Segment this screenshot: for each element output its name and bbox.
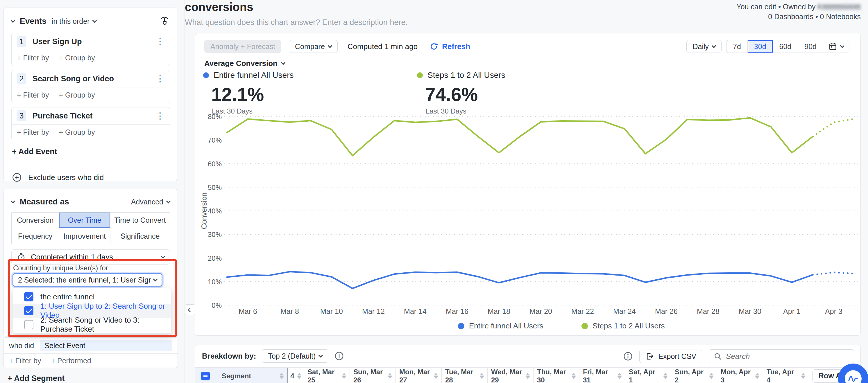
tab-improvement[interactable]: Improvement bbox=[59, 228, 110, 244]
completed-within-row[interactable]: Completed within 1 days bbox=[11, 249, 170, 265]
table-header-date[interactable]: Fri, Mar 31 bbox=[580, 368, 625, 383]
legend-label: Entire funnel All Users bbox=[469, 321, 544, 330]
series-line[interactable] bbox=[227, 118, 813, 155]
table-header-date[interactable]: Wed, Mar 29 bbox=[488, 368, 533, 383]
kebab-menu-icon[interactable]: ⋮ bbox=[156, 37, 164, 46]
x-axis-tick-label: Mar 24 bbox=[613, 307, 636, 315]
dropdown-option-3[interactable]: 2: Search Song or Video to 3: Purchase T… bbox=[13, 318, 171, 332]
table-header-date[interactable]: Tue, Mar 28 bbox=[442, 368, 488, 383]
chart-card: Anomaly + Forecast Compare Computed 1 mi… bbox=[195, 33, 861, 336]
table-header-segment[interactable]: Segment bbox=[216, 368, 288, 383]
search-input[interactable] bbox=[726, 352, 842, 361]
table-header-date[interactable]: Tue, Apr 4 bbox=[763, 368, 809, 383]
event-name[interactable]: User Sign Up bbox=[33, 37, 149, 46]
circle-plus-icon bbox=[12, 172, 22, 182]
sort-icon[interactable] bbox=[801, 373, 805, 379]
group-by-button[interactable]: + Group by bbox=[59, 54, 95, 62]
tab-over-time[interactable]: Over Time bbox=[59, 213, 110, 228]
breakdown-select[interactable]: Top 2 (Default) bbox=[262, 349, 329, 363]
search-icon bbox=[714, 352, 722, 360]
x-axis-tick-label: Apr 1 bbox=[783, 307, 801, 315]
sort-icon[interactable] bbox=[709, 373, 713, 379]
export-csv-label: Export CSV bbox=[658, 352, 696, 361]
search-box[interactable] bbox=[709, 349, 854, 363]
breakdown-select-value: Top 2 (Default) bbox=[268, 352, 316, 360]
sort-icon[interactable] bbox=[297, 373, 301, 379]
tab-conversion[interactable]: Conversion bbox=[11, 213, 59, 228]
counting-by-label: Counting by unique User(s) for bbox=[13, 264, 108, 272]
collapse-panel-button[interactable] bbox=[185, 304, 195, 315]
event-item-3[interactable]: 3Purchase Ticket⋮+ Filter by+ Group by bbox=[11, 107, 170, 140]
table-header-cut-column[interactable]: 4 bbox=[288, 368, 304, 383]
sort-icon[interactable] bbox=[755, 373, 759, 379]
page-description-placeholder[interactable]: What question does this chart answer? En… bbox=[185, 18, 408, 27]
add-segment-button[interactable]: + Add Segment bbox=[7, 374, 64, 383]
counting-select[interactable]: 2 Selected: the entire funnel, 1: User S… bbox=[12, 273, 162, 287]
checkbox[interactable] bbox=[24, 320, 33, 329]
tap-order-icon[interactable] bbox=[159, 15, 170, 27]
table-header-date[interactable]: Sun, Mar 26 bbox=[350, 368, 396, 383]
sort-icon[interactable] bbox=[480, 373, 484, 379]
group-by-button[interactable]: + Group by bbox=[59, 128, 95, 137]
chevron-down-icon bbox=[153, 277, 158, 281]
event-name[interactable]: Purchase Ticket bbox=[33, 111, 149, 120]
table-header-date[interactable]: Thu, Mar 30 bbox=[533, 368, 580, 383]
sort-icon[interactable] bbox=[342, 373, 346, 379]
checkbox[interactable] bbox=[24, 306, 33, 315]
add-event-button[interactable]: + Add Event bbox=[12, 147, 170, 156]
filter-by-button[interactable]: + Filter by bbox=[17, 128, 49, 137]
x-axis-tick-label: Mar 22 bbox=[571, 307, 594, 315]
sort-icon[interactable] bbox=[571, 373, 576, 379]
legend-item[interactable]: Steps 1 to 2 All Users bbox=[582, 321, 665, 330]
info-icon[interactable] bbox=[334, 351, 344, 361]
info-icon[interactable] bbox=[623, 351, 633, 361]
sort-icon[interactable] bbox=[280, 373, 284, 379]
checkbox[interactable] bbox=[24, 292, 33, 302]
series-forecast-line[interactable] bbox=[813, 272, 855, 275]
series-line[interactable] bbox=[227, 272, 813, 289]
series-forecast-line[interactable] bbox=[813, 119, 855, 137]
group-by-button[interactable]: + Group by bbox=[59, 91, 95, 99]
advanced-label: Advanced bbox=[131, 198, 163, 206]
conversion-line-chart[interactable]: 0%10%20%30%40%50%60%70%80%ConversionMar … bbox=[195, 33, 861, 336]
event-item-1[interactable]: 1User Sign Up⋮+ Filter by+ Group by bbox=[11, 33, 170, 66]
kebab-menu-icon[interactable]: ⋮ bbox=[156, 74, 164, 83]
sort-icon[interactable] bbox=[663, 373, 668, 379]
collapse-measured-icon[interactable] bbox=[11, 199, 16, 203]
kebab-menu-icon[interactable]: ⋮ bbox=[156, 111, 164, 120]
sort-icon[interactable] bbox=[618, 373, 622, 379]
event-name[interactable]: Search Song or Video bbox=[33, 74, 149, 83]
x-axis-tick-label: Mar 6 bbox=[239, 307, 257, 315]
table-header-date[interactable]: Mon, Mar 27 bbox=[396, 368, 442, 383]
exclude-users-button[interactable]: Exclude users who did bbox=[12, 172, 170, 182]
table-header-date[interactable]: Mon, Apr 3 bbox=[717, 368, 763, 383]
filter-by-button[interactable]: + Filter by bbox=[17, 54, 49, 62]
filter-by-button[interactable]: + Filter by bbox=[17, 91, 49, 99]
sort-icon[interactable] bbox=[526, 373, 530, 379]
event-item-2[interactable]: 2Search Song or Video⋮+ Filter by+ Group… bbox=[11, 70, 170, 103]
select-all-checkbox[interactable] bbox=[201, 372, 210, 380]
tab-significance[interactable]: Significance bbox=[111, 228, 170, 244]
page-title[interactable]: conversions bbox=[185, 1, 253, 14]
table-header-date[interactable]: Sun, Apr 2 bbox=[671, 368, 717, 383]
date-column-label: Sat, Apr 1 bbox=[629, 368, 660, 383]
collapse-events-icon[interactable] bbox=[11, 18, 16, 23]
x-axis-tick-label: Mar 12 bbox=[362, 307, 385, 315]
date-column-label: Tue, Mar 28 bbox=[445, 368, 477, 383]
export-csv-button[interactable]: Export CSV bbox=[639, 350, 702, 363]
tab-frequency[interactable]: Frequency bbox=[11, 228, 59, 244]
date-column-label: Thu, Mar 30 bbox=[537, 368, 569, 383]
segment-performed-button[interactable]: + Performed bbox=[51, 356, 91, 365]
permission-label: You can edit bbox=[736, 3, 776, 11]
event-order-select[interactable]: in this order bbox=[52, 17, 96, 26]
table-header-date[interactable]: Sat, Mar 25 bbox=[304, 368, 350, 383]
legend-item[interactable]: Entire funnel All Users bbox=[458, 321, 544, 330]
advanced-select[interactable]: Advanced bbox=[131, 198, 170, 206]
table-header-date[interactable]: Sat, Apr 1 bbox=[625, 368, 671, 383]
sort-icon[interactable] bbox=[388, 373, 392, 379]
sort-icon[interactable] bbox=[434, 373, 438, 379]
select-event-chip[interactable]: Select Event bbox=[40, 340, 172, 351]
cut-column-label: 4 bbox=[290, 372, 294, 380]
segment-filter-by-button[interactable]: + Filter by bbox=[9, 356, 41, 365]
tab-time-to-convert[interactable]: Time to Convert bbox=[111, 213, 170, 228]
